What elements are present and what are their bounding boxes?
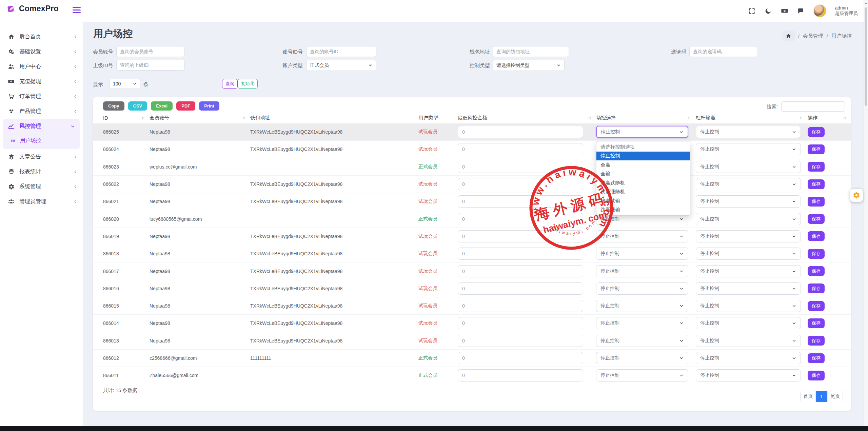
risk-amount-input[interactable] [458, 230, 583, 242]
leverage-control-select[interactable]: 停止控制 [696, 230, 801, 242]
risk-amount-input[interactable] [458, 248, 583, 260]
avatar[interactable] [813, 4, 826, 17]
risk-amount-input[interactable] [458, 369, 583, 381]
parent-id-input[interactable] [116, 60, 185, 71]
sidebar-item[interactable]: 用户中心 [0, 59, 83, 74]
save-button[interactable]: 保存 [808, 197, 825, 207]
leverage-control-select[interactable]: 停止控制 [696, 352, 801, 364]
leverage-control-select[interactable]: 停止控制 [696, 317, 801, 329]
save-button[interactable]: 保存 [808, 371, 825, 380]
sort-icon[interactable]: ↑↓ [242, 116, 245, 120]
risk-amount-input[interactable] [458, 143, 583, 155]
scrollbar-thumb[interactable] [865, 7, 867, 106]
scrollbar-up-icon[interactable]: ▲ [865, 1, 867, 4]
dropdown-option[interactable]: 请选择控制选项 [596, 142, 690, 152]
save-button[interactable]: 保存 [808, 353, 825, 363]
save-button[interactable]: 保存 [808, 162, 825, 172]
save-button[interactable]: 保存 [808, 301, 825, 311]
reset-button[interactable]: 初始化 [238, 79, 258, 89]
sort-icon[interactable]: ↑↓ [800, 116, 802, 120]
save-button[interactable]: 保存 [808, 283, 825, 293]
pagination-first[interactable]: 首页 [801, 391, 816, 402]
sidebar-item[interactable]: 订单管理 [0, 89, 83, 104]
field-control-select[interactable]: 停止控制 [596, 248, 688, 260]
column-header[interactable]: ID↑↓ [103, 112, 150, 123]
search-input[interactable] [781, 101, 845, 112]
home-icon[interactable] [783, 31, 795, 41]
sidebar-item[interactable]: 系统管理 [0, 179, 83, 194]
dropdown-option[interactable]: 涨赢跌输 [596, 196, 690, 205]
pagination-last[interactable]: 尾页 [828, 391, 843, 402]
sidebar-item[interactable]: 报表统计 [0, 164, 83, 179]
pagination-current[interactable]: 1 [816, 391, 828, 402]
sidebar-item[interactable]: 充值提现 [0, 74, 83, 89]
sort-icon[interactable]: ↑↓ [588, 116, 591, 120]
field-control-select[interactable]: 停止控制 [596, 317, 688, 329]
leverage-control-select[interactable]: 停止控制 [696, 126, 801, 138]
sort-icon[interactable]: ↑↓ [843, 116, 846, 120]
sidebar-item[interactable]: 后台首页 [0, 29, 83, 44]
chat-icon[interactable] [797, 7, 805, 15]
page-size-select[interactable]: 100 [109, 79, 140, 89]
menu-toggle-icon[interactable] [73, 7, 81, 14]
leverage-control-select[interactable]: 停止控制 [696, 282, 801, 295]
sort-icon[interactable]: ↑↓ [688, 116, 690, 120]
risk-amount-input[interactable] [458, 282, 583, 295]
field-control-select[interactable]: 停止控制 [596, 300, 688, 312]
column-header[interactable]: 会员账号↑↓ [150, 112, 250, 123]
export-copy-button[interactable]: Copy [103, 101, 124, 111]
leverage-control-select[interactable]: 停止控制 [696, 248, 801, 260]
risk-amount-input[interactable] [458, 335, 583, 347]
column-header[interactable]: 场控选择↑↓ [596, 112, 696, 123]
dropdown-option[interactable]: 涨赢跌随机 [596, 178, 690, 188]
sidebar-item[interactable]: 管理员管理 [0, 194, 83, 209]
admin-meta[interactable]: admin 超级管理员 [835, 5, 858, 17]
control-type-select[interactable]: 请选择控制类型 [493, 60, 565, 71]
export-print-button[interactable]: Print [199, 101, 219, 111]
dropdown-option[interactable]: 停止控制 [596, 152, 690, 161]
field-control-select[interactable]: 停止控制 [596, 335, 688, 347]
sidebar-item[interactable]: 风控管理 [3, 119, 80, 134]
leverage-control-select[interactable]: 停止控制 [696, 369, 801, 381]
dropdown-option[interactable]: 跌赢涨随机 [596, 188, 690, 197]
leverage-control-select[interactable]: 停止控制 [696, 265, 801, 277]
leverage-control-select[interactable]: 停止控制 [696, 300, 801, 312]
export-pdf-button[interactable]: PDF [176, 101, 195, 111]
save-button[interactable]: 保存 [808, 144, 825, 154]
risk-amount-input[interactable] [458, 265, 583, 277]
save-button[interactable]: 保存 [808, 214, 825, 224]
field-control-select[interactable]: 停止控制 [596, 369, 688, 381]
leverage-control-select[interactable]: 停止控制 [696, 161, 801, 173]
save-button[interactable]: 保存 [808, 231, 825, 241]
save-button[interactable]: 保存 [808, 127, 825, 137]
account-type-select[interactable]: 正式会员 [306, 60, 376, 71]
risk-amount-input[interactable] [458, 126, 583, 138]
dropdown-option[interactable]: 全输 [596, 170, 690, 179]
sidebar-item[interactable]: 文章公告 [0, 149, 83, 164]
export-csv-button[interactable]: CSV [128, 101, 147, 111]
leverage-control-select[interactable]: 停止控制 [696, 213, 801, 225]
save-button[interactable]: 保存 [808, 318, 825, 328]
field-control-select[interactable]: 停止控制 [596, 265, 688, 277]
sidebar-item[interactable]: 产品管理 [0, 104, 83, 119]
leverage-control-select[interactable]: 停止控制 [696, 195, 801, 208]
dropdown-option[interactable]: 跌赢涨输 [596, 205, 690, 215]
leverage-control-select[interactable]: 停止控制 [696, 178, 801, 190]
invite-code-input[interactable] [689, 46, 757, 57]
sidebar-subitem[interactable]: 用户场控 [3, 134, 80, 149]
column-header[interactable]: 操作↑↓ [808, 112, 851, 123]
leverage-control-select[interactable]: 停止控制 [696, 335, 801, 347]
export-excel-button[interactable]: Excel [151, 101, 173, 111]
fullscreen-icon[interactable] [748, 7, 756, 15]
column-header[interactable]: 杠杆输赢↑↓ [696, 112, 808, 123]
save-button[interactable]: 保存 [808, 266, 825, 276]
column-header[interactable]: 最低风控金额↑↓ [458, 112, 596, 123]
breadcrumb-member-mgmt[interactable]: 会员管理 [803, 33, 823, 39]
risk-amount-input[interactable] [458, 213, 583, 225]
settings-fab[interactable] [850, 189, 863, 202]
risk-amount-input[interactable] [458, 195, 583, 208]
leverage-control-select[interactable]: 停止控制 [696, 143, 801, 155]
risk-amount-input[interactable] [458, 300, 583, 312]
field-control-select[interactable]: 停止控制 [596, 282, 688, 295]
risk-amount-input[interactable] [458, 352, 583, 364]
